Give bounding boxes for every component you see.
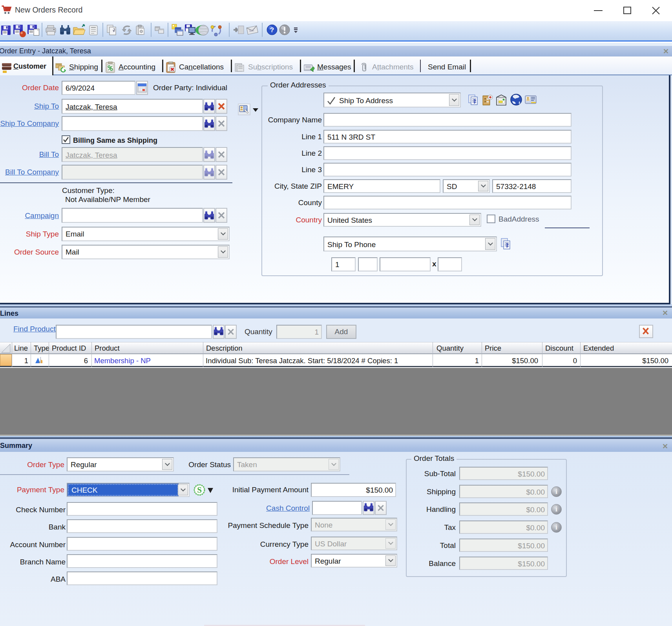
svg-text:?: ? — [270, 26, 274, 34]
